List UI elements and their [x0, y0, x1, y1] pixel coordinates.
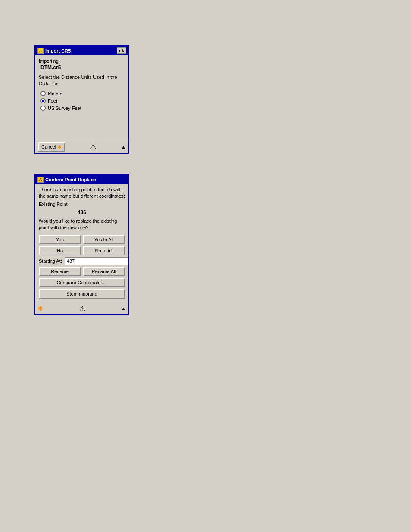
radio-feet-label: Feet [48, 98, 57, 103]
titlebar-left: A Import CR5 [37, 48, 71, 54]
importing-filename: DTM.cr5 [40, 65, 125, 71]
rename-all-button[interactable]: Rename All [83, 267, 125, 276]
dialog-app-icon: A [37, 48, 44, 54]
rename-row: Rename Rename All [39, 267, 125, 276]
compare-coordinates-button[interactable]: Compare Coordinates... [39, 278, 125, 287]
confirm-dialog-app-icon: A [37, 177, 44, 183]
radio-feet-circle[interactable] [40, 98, 46, 103]
confirm-message-line1: There is an existing point in the job wi… [39, 187, 122, 192]
import-dialog-title: Import CR5 [45, 48, 71, 53]
confirm-titlebar-left: A Confirm Point Replace [37, 177, 96, 183]
radio-feet[interactable]: Feet [40, 98, 125, 103]
rename-button[interactable]: Rename [39, 267, 81, 276]
footer-star-icon: ✱ [38, 305, 43, 312]
confirm-dialog-titlebar: A Confirm Point Replace [35, 175, 128, 184]
import-cr5-dialog: A Import CR5 ok Importing: DTM.cr5 Selec… [34, 45, 129, 154]
confirm-dialog-body: There is an existing point in the job wi… [35, 184, 128, 303]
starting-at-input[interactable] [65, 257, 128, 265]
would-you-text: Would you like to replace the existing p… [39, 218, 125, 231]
confirm-dialog-footer: ✱ ⚠ ▲ [35, 303, 128, 314]
import-dialog-footer: Cancel ✱ ⚠ ▲ [35, 140, 128, 153]
radio-meters-label: Meters [48, 91, 62, 96]
confirm-message: There is an existing point in the job wi… [39, 187, 125, 200]
cancel-star-icon: ✱ [57, 144, 62, 150]
yes-no-row: Yes Yes to All [39, 235, 125, 244]
confirm-arrow-icon: ▲ [121, 306, 126, 311]
import-dialog-body: Importing: DTM.cr5 Select the Distance U… [35, 55, 128, 140]
no-button[interactable]: No [39, 246, 81, 255]
units-prompt: Select the Distance Units Used in the CR… [39, 74, 125, 87]
no-to-all-button[interactable]: No to All [83, 246, 125, 255]
cancel-label: Cancel [41, 144, 56, 149]
radio-us-survey-feet[interactable]: US Survey Feet [40, 106, 125, 111]
units-radio-group: Meters Feet US Survey Feet [40, 91, 125, 111]
question-line2: point with the new one? [39, 225, 89, 230]
confirm-message-line2: the same name but different coordinates: [39, 193, 125, 199]
importing-label: Importing: [39, 59, 125, 64]
radio-us-survey-feet-label: US Survey Feet [48, 106, 81, 111]
confirm-dialog-title: Confirm Point Replace [45, 177, 96, 182]
radio-us-survey-feet-circle[interactable] [40, 106, 46, 111]
no-row: No No to All [39, 246, 125, 255]
cancel-button[interactable]: Cancel ✱ [38, 142, 65, 152]
existing-point-label: Existing Point: [39, 202, 125, 207]
starting-at-row: Starting At: [39, 257, 125, 265]
radio-meters[interactable]: Meters [40, 91, 125, 96]
starting-at-label: Starting At: [39, 258, 62, 264]
yes-to-all-button[interactable]: Yes to All [83, 235, 125, 244]
confirm-point-replace-dialog: A Confirm Point Replace There is an exis… [34, 174, 129, 315]
stop-importing-button[interactable]: Stop Importing [39, 289, 125, 299]
import-ok-button[interactable]: ok [117, 47, 126, 54]
import-dialog-titlebar: A Import CR5 ok [35, 46, 128, 55]
point-number: 436 [39, 209, 125, 215]
arrow-icon: ▲ [121, 144, 126, 149]
warning-icon: ⚠ [90, 143, 96, 151]
confirm-warning-icon: ⚠ [79, 305, 85, 313]
yes-button[interactable]: Yes [39, 235, 81, 244]
radio-meters-circle[interactable] [40, 91, 46, 96]
question-line1: Would you like to replace the existing [39, 218, 117, 224]
